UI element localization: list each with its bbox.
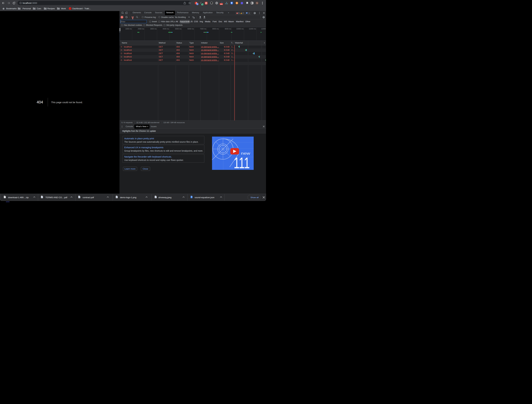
svg-text:ZIP: ZIP xyxy=(4,197,5,198)
svg-text:111: 111 xyxy=(234,154,250,170)
svg-text:404: 404 xyxy=(220,3,223,5)
svg-text:{..}: {..} xyxy=(211,2,212,4)
svg-text:JSON: JSON xyxy=(191,197,192,198)
svg-text:PNG: PNG xyxy=(116,197,117,198)
svg-text:JPEG: JPEG xyxy=(155,197,156,198)
svg-text:PDF: PDF xyxy=(41,197,42,198)
svg-text:PDF: PDF xyxy=(79,197,80,198)
